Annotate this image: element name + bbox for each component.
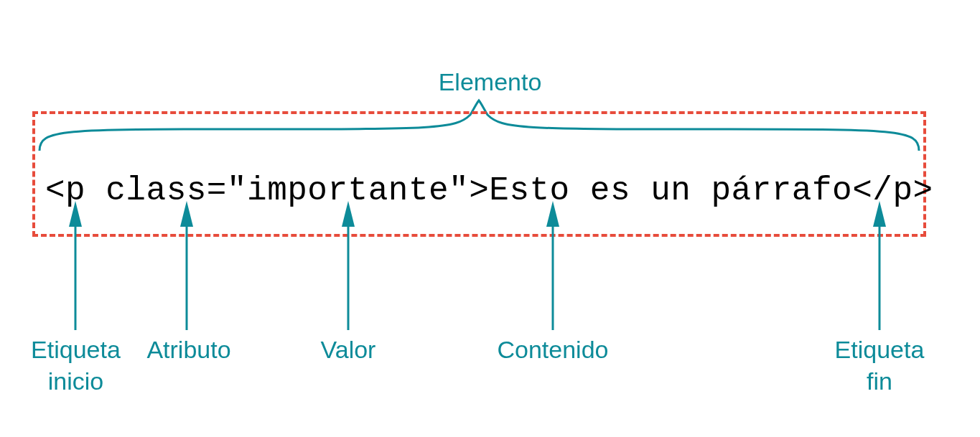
element-label: Elemento bbox=[0, 68, 980, 96]
end-tag-label: Etiquetafin bbox=[826, 334, 933, 397]
attribute-label: Atributo bbox=[142, 334, 235, 365]
start-tag-label: Etiquetainicio bbox=[13, 334, 139, 397]
arrows-svg bbox=[0, 201, 980, 344]
value-label: Valor bbox=[309, 334, 388, 365]
content-label: Contenido bbox=[488, 334, 617, 365]
diagram-canvas: Elemento <p class="importante">Esto es u… bbox=[0, 0, 980, 437]
